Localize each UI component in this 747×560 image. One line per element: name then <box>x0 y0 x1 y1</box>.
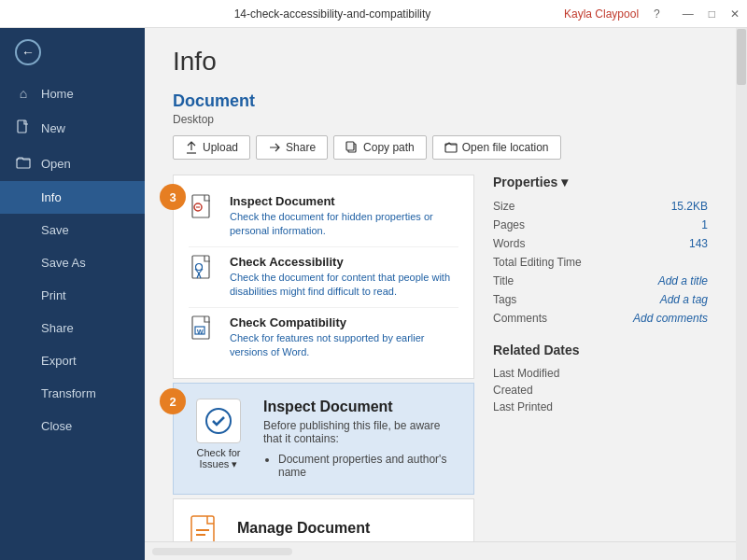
prop-row-title: Title Add a title <box>493 272 708 290</box>
prop-row-tags: Tags Add a tag <box>493 290 708 309</box>
back-button[interactable]: ← <box>0 28 145 77</box>
titlebar: 14-check-accessibility-and-compatibility… <box>0 0 747 28</box>
svg-point-18 <box>206 409 231 433</box>
sidebar-item-open[interactable]: Open <box>0 147 145 181</box>
date-row-printed: Last Printed <box>493 399 708 415</box>
sidebar-item-close[interactable]: Close <box>0 410 145 442</box>
accessibility-text: Check Accessibility Check the document f… <box>230 255 458 300</box>
app-body: ← ⌂ Home New Open Info Save Sa <box>0 28 747 560</box>
manage-document-panel: Manage Document There are no unsaved cha… <box>173 498 474 541</box>
sidebar-item-print[interactable]: Print <box>0 279 145 312</box>
prop-row-size: Size 15.2KB <box>493 197 708 216</box>
sidebar-item-transform[interactable]: Transform <box>0 377 145 410</box>
prop-row-comments: Comments Add comments <box>493 309 708 328</box>
upload-icon <box>185 141 198 154</box>
copy-path-label: Copy path <box>363 141 415 154</box>
open-file-location-button[interactable]: Open file location <box>432 135 561 160</box>
share-icon <box>268 141 281 154</box>
check-panel-item-0: Document properties and author's name <box>278 453 458 479</box>
manage-panel-title: Manage Document <box>237 520 395 537</box>
svg-rect-19 <box>191 516 214 541</box>
copy-path-button[interactable]: Copy path <box>333 135 427 160</box>
date-row-created: Created <box>493 382 708 399</box>
prop-value-words: 143 <box>689 237 708 250</box>
date-row-modified: Last Modified <box>493 365 708 382</box>
prop-row-editing-time: Total Editing Time <box>493 253 708 272</box>
open-file-location-label: Open file location <box>462 141 549 154</box>
document-location: Desktop <box>173 113 708 126</box>
sidebar-item-export[interactable]: Export <box>0 344 145 377</box>
svg-text:W: W <box>197 329 204 335</box>
minimize-button[interactable]: — <box>683 7 694 21</box>
toolbar-buttons: Upload Share Copy path Open file locatio… <box>173 135 708 160</box>
check-accessibility-option[interactable]: Check Accessibility Check the document f… <box>189 247 458 308</box>
content-area: Info Document Desktop Upload Share <box>145 28 736 560</box>
compatibility-desc: Check for features not supported by earl… <box>230 331 458 360</box>
prop-value-title[interactable]: Add a title <box>658 274 708 287</box>
sidebar-item-transform-label: Transform <box>41 386 96 400</box>
check-compatibility-option[interactable]: W Check Compatibility Check for features… <box>189 308 458 368</box>
prop-label-pages: Pages <box>493 218 525 231</box>
sidebar-item-save-as[interactable]: Save As <box>0 246 145 279</box>
sidebar-item-save[interactable]: Save <box>0 214 145 246</box>
svg-point-10 <box>196 263 203 270</box>
sidebar-item-save-label: Save <box>41 223 69 237</box>
compatibility-text: Check Compatibility Check for features n… <box>230 315 458 360</box>
sidebar: ← ⌂ Home New Open Info Save Sa <box>0 28 145 560</box>
prop-value-tags[interactable]: Add a tag <box>660 293 708 306</box>
sidebar-item-new-label: New <box>41 121 65 135</box>
help-button[interactable]: ? <box>654 7 660 21</box>
sidebar-item-home[interactable]: ⌂ Home <box>0 77 145 110</box>
copy-path-icon <box>345 141 359 154</box>
upload-button[interactable]: Upload <box>173 135 250 160</box>
prop-value-comments[interactable]: Add comments <box>633 312 708 325</box>
sidebar-item-new[interactable]: New <box>0 110 145 147</box>
check-panel-items: Document properties and author's name <box>263 453 458 479</box>
sidebar-item-export-label: Export <box>41 354 77 368</box>
prop-label-editing-time: Total Editing Time <box>493 256 582 269</box>
check-issues-icon <box>196 399 241 443</box>
prop-label-words: Words <box>493 237 525 250</box>
right-panel: Properties ▾ Size 15.2KB Pages 1 <box>493 175 708 541</box>
upload-label: Upload <box>203 141 238 154</box>
svg-rect-20 <box>196 529 209 531</box>
manage-content: Manage Document There are no unsaved cha… <box>237 520 395 541</box>
share-label: Share <box>286 141 316 154</box>
restore-button[interactable]: □ <box>709 7 715 21</box>
prop-label-title: Title <box>493 274 514 287</box>
check-issues-container: 2 Check forIssues ▾ Insp <box>173 379 474 495</box>
inspect-doc-title: Inspect Document <box>230 194 458 208</box>
prop-value-pages: 1 <box>701 218 708 231</box>
check-icon-label: Check forIssues ▾ <box>189 447 248 470</box>
titlebar-user: Kayla Claypool <box>564 7 639 21</box>
scroll-thumb[interactable] <box>737 29 746 85</box>
sidebar-item-share[interactable]: Share <box>0 312 145 344</box>
sidebar-item-save-as-label: Save As <box>41 256 86 270</box>
document-section-title: Document <box>173 91 708 111</box>
horizontal-scrollbar[interactable] <box>152 548 292 555</box>
inspect-document-option[interactable]: Inspect Document Check the document for … <box>189 187 458 247</box>
vertical-scrollbar[interactable] <box>736 28 747 560</box>
panels-layout: 3 Inspect Document <box>173 175 708 541</box>
accessibility-desc: Check the document for content that peop… <box>230 271 458 300</box>
step-3-badge: 3 <box>160 184 186 210</box>
new-icon <box>15 119 32 137</box>
content-inner: Info Document Desktop Upload Share <box>145 28 736 541</box>
sidebar-item-info[interactable]: Info <box>0 181 145 214</box>
compatibility-icon: W <box>189 315 218 345</box>
related-dates-header: Related Dates <box>493 343 708 357</box>
close-button[interactable]: ✕ <box>730 7 740 21</box>
left-panels: 3 Inspect Document <box>173 175 474 541</box>
share-button[interactable]: Share <box>256 135 328 160</box>
sidebar-item-open-label: Open <box>41 157 71 171</box>
sidebar-item-home-label: Home <box>41 87 74 101</box>
svg-rect-21 <box>196 534 205 536</box>
back-icon: ← <box>15 39 41 65</box>
prop-label-comments: Comments <box>493 312 547 325</box>
titlebar-title: 14-check-accessibility-and-compatibility <box>101 7 564 21</box>
inspect-doc-text: Inspect Document Check the document for … <box>230 194 458 239</box>
properties-header: Properties ▾ <box>493 175 708 189</box>
accessibility-icon <box>189 255 218 285</box>
check-panel-title: Inspect Document <box>263 399 458 415</box>
compatibility-title: Check Compatibility <box>230 315 458 329</box>
